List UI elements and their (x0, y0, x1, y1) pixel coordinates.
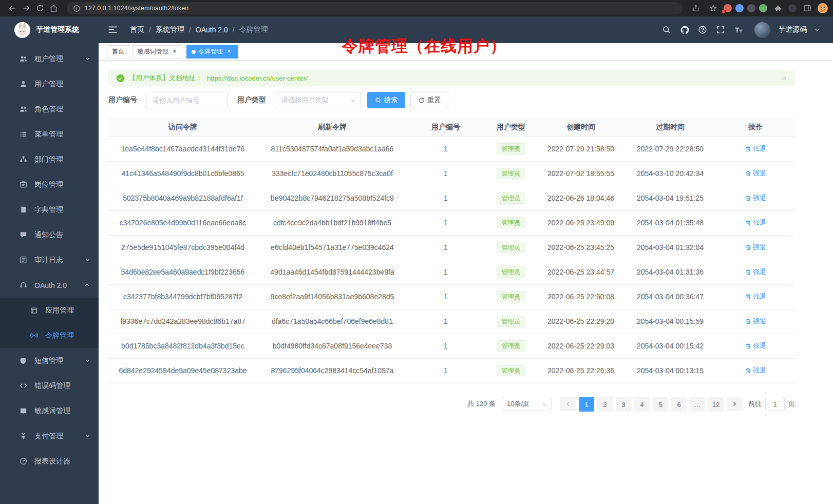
force-logout-button[interactable]: 强退 (745, 144, 766, 153)
user-id-cell: 1 (407, 284, 484, 309)
sidebar-item-dept[interactable]: 部门管理 (0, 147, 99, 172)
sidebar-item-oauth2[interactable]: OAuth 2.0 (0, 273, 99, 298)
page-button-4[interactable]: 4 (634, 397, 650, 412)
sidebar-item-report[interactable]: 报表设计器 (0, 449, 99, 474)
url-text: 127.0.0.1:1024/system/oauth2/token (85, 5, 188, 12)
share-icon[interactable] (689, 2, 703, 15)
sidebar-item-sms[interactable]: 短信管理 (0, 348, 99, 373)
github-icon[interactable] (679, 25, 690, 35)
user-type-select[interactable]: 请选择用户类型 (275, 92, 361, 108)
page-button-1[interactable]: 1 (579, 397, 594, 412)
extension-icon-green[interactable] (759, 4, 767, 12)
user-avatar[interactable] (754, 22, 770, 38)
goto-suffix: 页 (788, 399, 795, 409)
badge-icon (19, 181, 27, 188)
fullscreen-icon[interactable] (715, 25, 726, 35)
refresh-icon[interactable] (33, 2, 47, 15)
search-icon[interactable] (661, 25, 672, 35)
page-button-3[interactable]: 3 (616, 397, 631, 412)
alert-close-icon[interactable]: × (782, 74, 787, 83)
tab-home[interactable]: 首页 (107, 45, 129, 59)
sidebar-item-menu[interactable]: 菜单管理 (0, 122, 99, 147)
prev-page-button[interactable] (560, 397, 576, 411)
page-size-select[interactable]: 10条/页 (502, 397, 552, 411)
force-logout-label: 强退 (753, 341, 766, 351)
chrome-toolbar-right (689, 2, 828, 15)
sidebar-item-audit[interactable]: 审计日志 (0, 247, 99, 273)
window-icon (30, 307, 38, 314)
extension-icon-dark[interactable] (747, 4, 755, 12)
tab-label: 首页 (112, 47, 124, 56)
force-logout-button[interactable]: 强退 (745, 292, 766, 301)
sidebar-item-tenant[interactable]: 租户管理 (0, 46, 99, 71)
refresh-token-cell: dfa6c71a50a54c66bef706ef9e6e8d81 (257, 309, 407, 334)
breadcrumb-item[interactable]: 首页 (130, 25, 144, 34)
tab-sensitive-word[interactable]: 敏感词管理× (132, 45, 183, 59)
goto-page-input[interactable] (765, 397, 785, 411)
extension-icon-red[interactable] (724, 4, 732, 12)
doc-link[interactable]: https://doc.iocoder.cn/user-center/ (207, 74, 308, 82)
sidebar-item-app[interactable]: 应用管理 (0, 298, 99, 323)
address-bar[interactable]: 127.0.0.1:1024/system/oauth2/token (67, 2, 683, 14)
back-icon[interactable] (5, 2, 19, 15)
home-icon[interactable] (47, 2, 61, 15)
page-button-12[interactable]: 12 (708, 397, 724, 412)
hamburger-icon[interactable] (107, 24, 119, 35)
sidebar-item-pay[interactable]: 支付管理 (0, 423, 99, 449)
force-logout-button[interactable]: 强退 (745, 341, 766, 351)
sidebar-item-token[interactable]: 令牌管理 (0, 323, 99, 348)
side-panel-icon[interactable] (800, 2, 814, 15)
extension-icon-blue[interactable] (735, 4, 744, 12)
page-button-5[interactable]: 5 (653, 397, 668, 412)
user-id-input[interactable] (146, 92, 228, 108)
sidebar-item-role[interactable]: 角色管理 (0, 96, 99, 122)
sidebar-item-notice[interactable]: 通知公告 (0, 222, 99, 247)
user-id-cell: 1 (407, 210, 484, 235)
delete-icon (745, 294, 751, 300)
tab-close-icon[interactable]: × (225, 48, 233, 55)
force-logout-button[interactable]: 强退 (745, 267, 766, 277)
user-id-cell: 1 (407, 260, 484, 284)
page-more-button[interactable]: ... (690, 397, 705, 412)
sidebar-item-sensitive[interactable]: 敏感词管理 (0, 398, 99, 423)
reset-button[interactable]: 重置 (410, 92, 448, 108)
sidebar-item-dict[interactable]: 字典管理 (0, 197, 99, 222)
force-logout-button[interactable]: 强退 (745, 218, 766, 227)
force-logout-button[interactable]: 强退 (745, 366, 766, 375)
page-button-6[interactable]: 6 (671, 397, 687, 412)
user-type-cell: 管理员 (484, 309, 538, 334)
next-page-button[interactable] (727, 397, 742, 411)
info-icon[interactable] (73, 5, 81, 12)
people-icon (19, 105, 27, 113)
breadcrumb-item[interactable]: 系统管理 (156, 25, 184, 34)
app-logo[interactable]: 芋道管理系统 (0, 16, 99, 43)
created-time-cell: 2022-06-25 22:26:36 (538, 358, 624, 383)
action-cell: 强退 (716, 137, 795, 161)
font-size-icon[interactable] (733, 25, 744, 35)
bookmark-star-icon[interactable] (706, 2, 720, 15)
force-logout-button[interactable]: 强退 (745, 169, 766, 178)
tab-token[interactable]: 令牌管理× (186, 45, 238, 59)
sidebar-item-errorcode[interactable]: 错误码管理 (0, 373, 99, 398)
sidebar-item-post[interactable]: 岗位管理 (0, 172, 99, 197)
force-logout-button[interactable]: 强退 (745, 317, 766, 326)
forward-icon[interactable] (19, 2, 33, 15)
page-button-2[interactable]: 2 (597, 397, 613, 412)
sidebar-item-label: 通知公告 (34, 230, 63, 240)
extension-icon-paw[interactable] (788, 4, 797, 12)
breadcrumb-item[interactable]: OAuth 2.0 (196, 26, 228, 34)
sidebar-item-user[interactable]: 用户管理 (0, 71, 99, 96)
profile-avatar[interactable] (818, 3, 828, 13)
help-icon[interactable] (697, 25, 708, 35)
alert-text: 【用户体系】文档地址： (129, 73, 202, 83)
extensions-puzzle-icon[interactable] (771, 2, 785, 15)
submenu-oauth2: 应用管理令牌管理 (0, 298, 99, 348)
user-name[interactable]: 芋道源码 (778, 25, 807, 34)
created-time-cell: 2022-06-25 22:50:08 (538, 284, 624, 309)
force-logout-button[interactable]: 强退 (745, 193, 766, 203)
tab-close-icon[interactable]: × (171, 48, 178, 55)
force-logout-label: 强退 (753, 292, 766, 301)
search-button[interactable]: 搜索 (367, 92, 405, 108)
force-logout-button[interactable]: 强退 (745, 243, 766, 252)
delete-icon (745, 367, 751, 374)
